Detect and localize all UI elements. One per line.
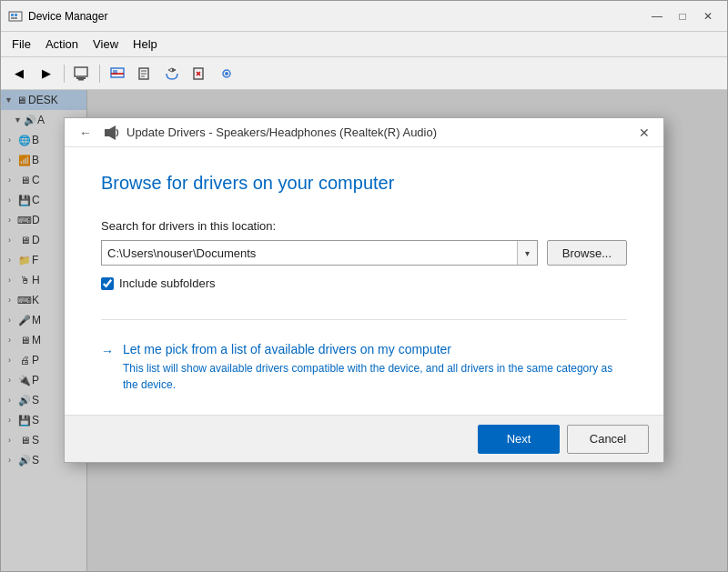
back-button[interactable]: ◀ [6, 61, 32, 86]
remove-icon [191, 66, 207, 81]
path-row: ▾ Browse... [101, 240, 627, 266]
minimize-button[interactable]: — [645, 7, 669, 25]
svg-point-18 [225, 72, 228, 75]
title-bar: Device Manager — □ ✕ [1, 1, 727, 32]
include-subfolders-checkbox[interactable] [101, 277, 114, 290]
modal-title-left: ← Update Drivers - Speakers/Headphones (… [76, 123, 437, 143]
show-hidden-button[interactable] [214, 61, 239, 86]
remove-button[interactable] [187, 61, 212, 86]
svg-rect-1 [11, 14, 14, 16]
device-manager-window: Device Manager — □ ✕ File Action View He… [0, 0, 728, 572]
toolbar: ◀ ▶ [1, 57, 727, 90]
svg-rect-6 [78, 79, 84, 81]
modal-back-button[interactable]: ← [76, 123, 96, 143]
update-icon [164, 66, 180, 81]
menu-file[interactable]: File [5, 34, 38, 55]
next-button[interactable]: Next [478, 425, 560, 454]
cancel-button[interactable]: Cancel [567, 425, 649, 454]
title-bar-controls: — □ ✕ [645, 7, 720, 25]
path-input-wrapper: ▾ [101, 240, 538, 266]
menu-help[interactable]: Help [126, 34, 165, 55]
svg-marker-20 [109, 125, 116, 140]
path-dropdown-button[interactable]: ▾ [517, 241, 537, 265]
toolbar-separator-1 [64, 65, 65, 83]
modal-overlay: ← Update Drivers - Speakers/Headphones (… [1, 90, 727, 571]
computer-icon [74, 66, 90, 81]
svg-rect-19 [105, 129, 109, 136]
path-input[interactable] [102, 246, 537, 260]
modal-title-bar: ← Update Drivers - Speakers/Headphones (… [65, 118, 663, 147]
pick-link-content: Let me pick from a list of available dri… [123, 342, 627, 393]
title-bar-left: Device Manager [8, 9, 107, 24]
close-button[interactable]: ✕ [696, 7, 720, 25]
speaker-title-icon [103, 125, 119, 141]
pick-arrow-icon: → [101, 344, 114, 358]
menu-bar: File Action View Help [1, 32, 727, 57]
checkbox-row: Include subfolders [101, 276, 627, 290]
update-button[interactable] [159, 61, 185, 86]
modal-footer: Next Cancel [65, 415, 663, 462]
pick-link-row: → Let me pick from a list of available d… [101, 342, 627, 393]
browse-button[interactable]: Browse... [547, 240, 627, 266]
main-area: ▼ 🖥 DESK ▼ 🔊 A › 🌐 B › 📶 B › [1, 90, 727, 571]
properties-icon [136, 66, 153, 81]
pick-link-desc: This list will show available drivers co… [123, 362, 612, 391]
pick-link-title[interactable]: Let me pick from a list of available dri… [123, 342, 627, 356]
divider [101, 319, 627, 320]
update-drivers-dialog: ← Update Drivers - Speakers/Headphones (… [64, 117, 664, 463]
scan-icon [109, 66, 126, 81]
show-hidden-icon [218, 66, 235, 81]
window-title: Device Manager [28, 10, 107, 23]
toolbar-separator-2 [99, 65, 100, 83]
svg-rect-5 [76, 77, 86, 79]
include-subfolders-label: Include subfolders [119, 276, 216, 290]
properties-button[interactable] [132, 61, 157, 86]
maximize-button[interactable]: □ [671, 7, 694, 25]
svg-rect-3 [11, 17, 17, 19]
scan-button[interactable] [105, 61, 130, 86]
modal-close-button[interactable]: ✕ [632, 123, 656, 143]
modal-heading: Browse for drivers on your computer [101, 173, 627, 194]
menu-view[interactable]: View [86, 34, 126, 55]
menu-action[interactable]: Action [38, 34, 86, 55]
forward-button[interactable]: ▶ [34, 61, 59, 86]
computer-button[interactable] [69, 61, 95, 86]
modal-title-text: Update Drivers - Speakers/Headphones (Re… [126, 125, 437, 139]
svg-rect-4 [75, 67, 87, 76]
search-label: Search for drivers in this location: [101, 219, 627, 233]
svg-rect-2 [15, 14, 17, 16]
modal-body: Browse for drivers on your computer Sear… [65, 147, 663, 415]
window-icon [8, 9, 23, 24]
